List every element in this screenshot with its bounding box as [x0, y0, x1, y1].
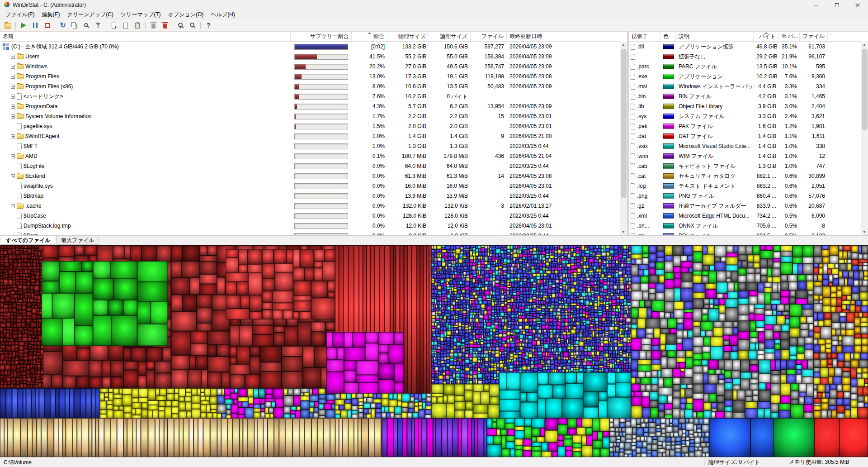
- column-header-1[interactable]: サブツリー割合: [291, 32, 352, 41]
- stop-scan-button[interactable]: [41, 20, 53, 31]
- menu-treemap[interactable]: ツリーマップ(T): [117, 10, 165, 19]
- menu-help[interactable]: ヘルプ(H): [207, 10, 239, 19]
- copy-item-button[interactable]: [120, 20, 132, 31]
- column-header-2[interactable]: 割合: [352, 32, 387, 41]
- expander-icon[interactable]: [11, 65, 15, 69]
- tree-row[interactable]: Program Files13.0%17.3 GiB19.1 GiB119,19…: [0, 71, 620, 81]
- extension-row[interactable]: .xmlMicrosoft Edge HTML Docu...734.2 ...…: [629, 211, 861, 221]
- help-button[interactable]: [203, 20, 214, 31]
- extension-row[interactable]: .wimWIM ファイル1.4 GiB1.0%12: [629, 151, 861, 161]
- tree-row[interactable]: $WinREAgent1.0%1.4 GiB1.4 GiB92026/04/05…: [0, 131, 620, 141]
- tree-row[interactable]: $Extend0.0%61.3 MiB61.3 MiB142026/04/05 …: [0, 171, 620, 181]
- tree-row[interactable]: $Bitmap0.0%13.9 MiB13.9 MiB2022/03/25 0:…: [0, 191, 620, 201]
- scrollbar-up-button[interactable]: [620, 42, 627, 48]
- search-button[interactable]: [80, 20, 92, 31]
- extension-row[interactable]: .binBIN ファイル4.2 GiB3.1%1,465: [629, 91, 861, 101]
- expander-icon[interactable]: [11, 174, 15, 178]
- expander-icon[interactable]: [11, 134, 15, 138]
- column-header-3[interactable]: バイト: [754, 32, 779, 41]
- column-header-6[interactable]: 最終更新日時: [507, 32, 620, 41]
- column-header-0[interactable]: 拡張子: [629, 32, 660, 41]
- extension-row[interactable]: .priPRI ファイル694.5 ...0.5%2,193: [629, 231, 861, 235]
- paste-item-button[interactable]: [132, 20, 143, 31]
- extension-row[interactable]: .on...ONNX ファイル705.6 ...0.5%8: [629, 221, 861, 231]
- expander-icon[interactable]: [11, 204, 15, 208]
- extension-row[interactable]: .logテキスト ドキュメント863.2 ...0.6%2,051: [629, 181, 861, 191]
- column-header-2[interactable]: 説明: [676, 32, 754, 41]
- maximize-button[interactable]: [826, 0, 847, 10]
- tree-row[interactable]: swapfile.sys0.0%16.0 MiB16.0 MiB2026/04/…: [0, 181, 620, 191]
- extension-scrollbar[interactable]: [861, 42, 868, 235]
- menu-options[interactable]: オプション(O): [165, 10, 208, 19]
- menu-file[interactable]: ファイル(F): [2, 10, 38, 19]
- refresh-button[interactable]: [57, 20, 69, 31]
- extension-row[interactable]: .catセキュリティ カタログ882.1 ...0.6%30,899: [629, 171, 861, 181]
- tree-row[interactable]: (C:) - 空き領域 312.4 GiB/446.2 GiB (70.0%)[…: [0, 42, 620, 52]
- open-item-button[interactable]: [108, 20, 120, 31]
- tree-row[interactable]: <ハードリンク>7.6%10.2 GiB0 バイト: [0, 91, 620, 101]
- scrollbar-down-button[interactable]: [861, 229, 868, 235]
- column-header-3[interactable]: 物理サイズ: [387, 32, 429, 41]
- expander-icon[interactable]: [11, 154, 15, 158]
- tree-row[interactable]: Users41.5%55.2 GiB55.0 GiB156,3842026/04…: [0, 52, 620, 62]
- extension-row[interactable]: .msiWindows インストーラー パッケー...4.4 GiB3.3%33…: [629, 81, 861, 91]
- tree-row[interactable]: $Boot0.0%8.0 KiB8.0 KiB2022/03/25 0:44: [0, 231, 620, 235]
- extension-row[interactable]: .parcPARC ファイル13.5 GiB10.1%595: [629, 62, 861, 71]
- extension-row[interactable]: 拡張子なし29.2 GiB21.9%96,107: [629, 52, 861, 62]
- menu-cleanup[interactable]: クリーンアップ(C): [63, 10, 117, 19]
- extension-row[interactable]: .cabキャビネット ファイル1.3 GiB1.0%747: [629, 161, 861, 171]
- tree-row[interactable]: DumpStack.log.tmp0.0%12.0 KiB12.0 KiB202…: [0, 221, 620, 231]
- extension-row[interactable]: .pngPNG ファイル860.4 ...0.6%57,076: [629, 191, 861, 201]
- column-header-1[interactable]: 色: [660, 32, 676, 41]
- open-report-button[interactable]: [2, 20, 14, 31]
- minimize-button[interactable]: [806, 0, 826, 10]
- tree-row[interactable]: $MFT1.0%1.3 GiB1.3 GiB2022/03/25 0:44: [0, 141, 620, 151]
- expander-icon[interactable]: [11, 85, 15, 89]
- zoom-in-button[interactable]: [175, 20, 187, 31]
- delete-to-recycle-bin-button[interactable]: [147, 20, 159, 31]
- expander-icon[interactable]: [11, 105, 15, 109]
- copy-path-button[interactable]: [69, 20, 80, 31]
- tree-row[interactable]: AMD0.1%180.7 MiB179.8 MiB4362026/04/05 2…: [0, 151, 620, 161]
- expander-icon[interactable]: [11, 114, 15, 119]
- extension-row[interactable]: .vsixMicrosoft Visual Studio Exte...1.4 …: [629, 141, 861, 151]
- tree-scrollbar[interactable]: [620, 42, 627, 235]
- tree-row[interactable]: System Volume Information1.7%2.2 GiB2.2 …: [0, 111, 620, 121]
- pause-scan-button[interactable]: [29, 20, 41, 31]
- tree-row[interactable]: $UpCase0.0%128.0 KiB128.0 KiB2022/03/25 …: [0, 211, 620, 221]
- extension-row[interactable]: .exeアプリケーション10.2 GiB7.6%9,360: [629, 71, 861, 81]
- scrollbar-thumb[interactable]: [862, 49, 868, 130]
- tab-top-files[interactable]: 最大ファイル: [56, 236, 99, 245]
- treemap-canvas[interactable]: [0, 245, 868, 457]
- tree-row[interactable]: ProgramData4.3%5.7 GiB6.2 GiB13,9542026/…: [0, 101, 620, 111]
- tree-row[interactable]: Windows20.2%27.0 GiB49.5 GiB256,7472026/…: [0, 62, 620, 71]
- menu-edit[interactable]: 編集(E): [38, 10, 63, 19]
- expander-icon[interactable]: [11, 55, 15, 59]
- tab-all-files[interactable]: すべてのファイル: [1, 236, 55, 245]
- delete-permanently-button[interactable]: [159, 20, 171, 31]
- scrollbar-up-button[interactable]: [861, 42, 868, 48]
- extension-row[interactable]: .sysシステム ファイル3.3 GiB2.4%3,621: [629, 111, 861, 121]
- tree-row[interactable]: Program Files (x86)8.0%10.6 GiB13.5 GiB5…: [0, 81, 620, 91]
- scrollbar-thumb[interactable]: [621, 49, 627, 198]
- tree-row[interactable]: $LogFile0.0%64.0 MiB64.0 MiB2022/03/25 0…: [0, 161, 620, 171]
- extension-row[interactable]: .dllアプリケーション拡張46.8 GiB35.1%61,703: [629, 42, 861, 52]
- column-header-4[interactable]: 論理サイズ: [429, 32, 471, 41]
- column-header-5[interactable]: ファイル: [800, 32, 828, 41]
- column-header-4[interactable]: % バ...: [779, 32, 800, 41]
- expander-icon[interactable]: [11, 95, 15, 99]
- filter-button[interactable]: [92, 20, 104, 31]
- tree-row[interactable]: .cache0.0%132.0 KiB132.0 KiB32026/02/01 …: [0, 201, 620, 211]
- column-header-5[interactable]: ファイル: [471, 32, 507, 41]
- expander-icon[interactable]: [11, 75, 15, 79]
- close-button[interactable]: [847, 0, 868, 10]
- zoom-out-button[interactable]: [187, 20, 198, 31]
- resume-scan-button[interactable]: [18, 20, 29, 31]
- extension-row[interactable]: .datDAT ファイル1.4 GiB1.1%1,611: [629, 131, 861, 141]
- tree-row[interactable]: pagefile.sys1.5%2.0 GiB2.0 GiB2026/04/05…: [0, 121, 620, 131]
- scrollbar-down-button[interactable]: [620, 229, 627, 235]
- extension-row[interactable]: .pakPAK ファイル1.6 GiB1.2%1,981: [629, 121, 861, 131]
- extension-row[interactable]: .gz圧縮アーカイブ フォルダー833.9 ...0.6%20,687: [629, 201, 861, 211]
- column-header-0[interactable]: 名前: [0, 32, 291, 41]
- extension-row[interactable]: .libObject File Library3.9 GiB3.0%2,404: [629, 101, 861, 111]
